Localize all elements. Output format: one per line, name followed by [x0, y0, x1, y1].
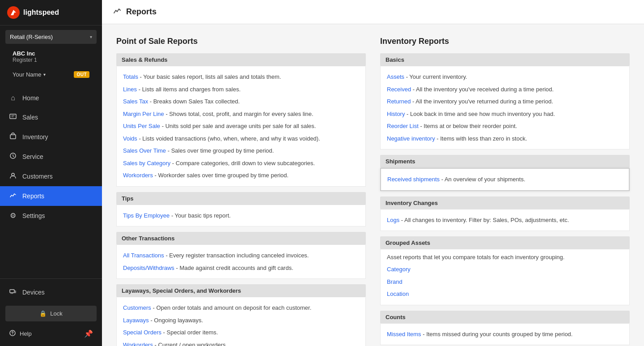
- page-title: Reports: [126, 7, 157, 17]
- link-units-per-sale[interactable]: Units Per Sale: [123, 123, 160, 129]
- link-history[interactable]: History: [387, 111, 405, 117]
- nav-label-home: Home: [22, 94, 39, 102]
- store-selector-label: Retail (R-Series): [10, 34, 53, 40]
- company-name: ABC Inc: [13, 50, 89, 57]
- list-item: Special Orders - Special order items.: [123, 326, 359, 339]
- user-caret-icon: ▾: [43, 72, 46, 77]
- sidebar-item-sales[interactable]: Sales: [0, 107, 102, 127]
- chevron-down-icon: ▾: [90, 34, 92, 39]
- help-link[interactable]: Help: [9, 329, 32, 338]
- list-item: Customers - Open order totals and amount…: [123, 302, 359, 314]
- sidebar-item-settings[interactable]: ⚙ Settings: [0, 206, 102, 225]
- list-item: Location: [387, 288, 623, 300]
- nav-label-inventory: Inventory: [22, 133, 48, 141]
- main-content: Reports Point of Sale Reports Sales & Re…: [102, 0, 644, 346]
- svg-rect-5: [10, 290, 14, 293]
- customers-icon: [9, 172, 17, 181]
- section-body-grouped-assets: Asset reports that let you compare total…: [380, 249, 630, 305]
- list-item: Deposits/Withdraws - Made against credit…: [123, 262, 359, 274]
- list-item: Voids - Lists voided transactions (who, …: [123, 132, 359, 145]
- link-margin-per-line[interactable]: Margin Per Line: [123, 111, 164, 117]
- link-received[interactable]: Received: [387, 86, 411, 93]
- nav-label-customers: Customers: [22, 173, 53, 180]
- store-selector[interactable]: Retail (R-Series) ▾: [5, 30, 97, 44]
- section-header-layaways: Layaways, Special Orders, and Workorders: [116, 284, 366, 297]
- link-layaways[interactable]: Layaways: [123, 317, 149, 324]
- link-returned[interactable]: Returned: [387, 98, 411, 105]
- out-badge: OUT: [74, 71, 89, 78]
- link-sales-by-category[interactable]: Sales by Category: [123, 160, 170, 167]
- link-all-transactions[interactable]: All Transactions: [123, 252, 164, 259]
- sidebar-item-devices[interactable]: Devices: [0, 282, 102, 302]
- link-assets[interactable]: Assets: [387, 73, 404, 80]
- section-body-other-transactions: All Transactions - Every register transa…: [116, 245, 366, 279]
- link-tips-by-employee[interactable]: Tips By Employee: [123, 212, 169, 219]
- account-block: ABC Inc Register 1 Your Name ▾ OUT: [0, 48, 102, 87]
- sidebar-item-reports[interactable]: Reports: [0, 186, 102, 206]
- sales-icon: [9, 113, 17, 122]
- section-header-inventory-changes: Inventory Changes: [380, 196, 630, 209]
- sidebar-item-inventory[interactable]: Inventory: [0, 127, 102, 147]
- user-name[interactable]: Your Name ▾: [13, 71, 46, 78]
- sidebar-item-customers[interactable]: Customers: [0, 167, 102, 186]
- link-workorders[interactable]: Workorders: [123, 342, 153, 346]
- help-icon: [9, 329, 16, 338]
- svg-point-4: [12, 173, 14, 176]
- link-voids[interactable]: Voids: [123, 135, 137, 142]
- nav-label-service: Service: [22, 153, 43, 160]
- link-customers[interactable]: Customers: [123, 304, 151, 311]
- link-negative-inventory[interactable]: Negative inventory: [387, 135, 435, 142]
- link-special-orders[interactable]: Special Orders: [123, 329, 161, 336]
- list-item: Returned - All the inventory you've retu…: [387, 95, 623, 108]
- section-tips: TipsTips By Employee - Your basic tips r…: [116, 192, 366, 227]
- lightspeed-logo-icon: [7, 6, 20, 19]
- list-item: Sales Tax - Breaks down Sales Tax collec…: [123, 95, 359, 108]
- section-body-layaways: Customers - Open order totals and amount…: [116, 297, 366, 346]
- link-lines[interactable]: Lines: [123, 86, 137, 93]
- link-location[interactable]: Location: [387, 290, 409, 297]
- link-sales-tax[interactable]: Sales Tax: [123, 98, 148, 105]
- link-logs[interactable]: Logs: [387, 217, 399, 223]
- svg-rect-2: [10, 135, 16, 139]
- reports-icon: [9, 192, 17, 201]
- pos-reports-column: Point of Sale Reports Sales & RefundsTot…: [116, 37, 366, 346]
- list-item: Received - All the inventory you've rece…: [387, 83, 623, 96]
- reports-topbar-icon: [113, 6, 122, 17]
- list-item: Layaways - Ongoing layaways.: [123, 314, 359, 327]
- section-inventory-changes: Inventory ChangesLogs - All changes to i…: [380, 196, 630, 231]
- pos-sections: Sales & RefundsTotals - Your basic sales…: [116, 53, 366, 346]
- link-totals[interactable]: Totals: [123, 73, 138, 80]
- user-row: Your Name ▾ OUT: [6, 68, 96, 81]
- sidebar-item-service[interactable]: Service: [0, 147, 102, 167]
- section-basics: BasicsAssets - Your current inventory.Re…: [380, 53, 630, 150]
- link-deposits-withdraws[interactable]: Deposits/Withdraws: [123, 265, 174, 271]
- link-missed-items[interactable]: Missed Items: [387, 331, 421, 337]
- section-header-sales-refunds: Sales & Refunds: [116, 53, 366, 66]
- inv-sections: BasicsAssets - Your current inventory.Re…: [380, 53, 630, 346]
- sidebar-bottom: Devices 🔒 Lock Help 📌: [0, 278, 102, 346]
- link-brand[interactable]: Brand: [387, 278, 402, 285]
- inventory-icon: [9, 132, 17, 141]
- link-received-shipments[interactable]: Received shipments: [387, 176, 440, 183]
- home-icon: ⌂: [9, 94, 17, 102]
- section-header-counts: Counts: [380, 311, 630, 324]
- section-header-shipments: Shipments: [380, 155, 630, 168]
- nav-label-reports: Reports: [22, 192, 44, 200]
- list-item: All Transactions - Every register transa…: [123, 249, 359, 262]
- list-item: Negative inventory - Items with less tha…: [387, 132, 623, 145]
- section-body-sales-refunds: Totals - Your basic sales report, lists …: [116, 66, 366, 187]
- link-sales-over-time[interactable]: Sales Over Time: [123, 147, 166, 154]
- service-icon: [9, 152, 17, 161]
- list-item: Margin Per Line - Shows total, cost, pro…: [123, 108, 359, 120]
- svg-rect-1: [10, 114, 16, 119]
- help-row: Help 📌: [0, 325, 102, 342]
- list-item: Brand: [387, 276, 623, 288]
- lock-button[interactable]: 🔒 Lock: [5, 306, 97, 321]
- sidebar-item-home[interactable]: ⌂ Home: [0, 89, 102, 107]
- list-item: Logs - All changes to inventory. Filter …: [387, 214, 623, 226]
- link-reorder-list[interactable]: Reorder List: [387, 123, 419, 129]
- lock-label: Lock: [50, 310, 62, 317]
- link-workorders[interactable]: Workorders: [123, 172, 153, 179]
- notification-icon[interactable]: 📌: [84, 329, 93, 338]
- link-category[interactable]: Category: [387, 266, 411, 273]
